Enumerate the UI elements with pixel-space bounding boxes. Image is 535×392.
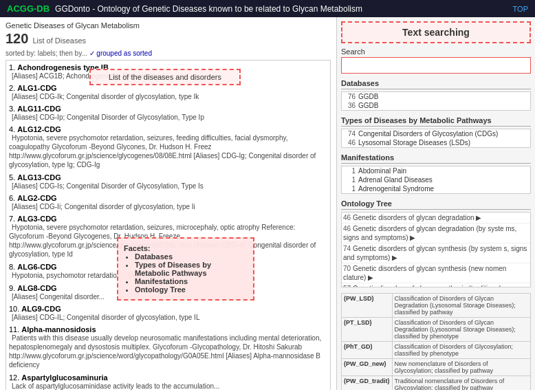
- list-item: 12. AspartylglucosaminuriaLack of aspart…: [9, 373, 327, 390]
- disease-count: 120: [6, 31, 28, 47]
- databases-title: Databases: [341, 79, 531, 89]
- disease-number: 12.: [9, 373, 21, 382]
- disease-number: 7.: [9, 215, 17, 223]
- disease-name[interactable]: ALG6-CDG: [17, 263, 56, 271]
- disease-name[interactable]: ALG1-CDG: [17, 84, 56, 92]
- disease-number: 5.: [9, 173, 17, 182]
- disease-alias: [Aliases] ACG1B; Achondrogenesis, Fracce…: [12, 72, 165, 80]
- ontology-item[interactable]: 74 Genetic disorders of glycan synthesis…: [342, 243, 530, 263]
- ontology-section: Ontology Tree 46 Genetic disorders of gl…: [341, 199, 531, 287]
- disease-number: 9.: [9, 284, 17, 292]
- disease-name[interactable]: Alpha-mannosidosis: [21, 325, 96, 334]
- disease-number: 10.: [9, 305, 21, 313]
- list-item: 7. ALG3-CDGHypotonia, severe psychomotor…: [9, 215, 327, 259]
- pathway-desc: Traditional nomenclature of Disorders of…: [392, 376, 530, 391]
- header-title: GGDonto - Ontology of Genetic Diseases k…: [55, 4, 362, 14]
- manifestation-item[interactable]: 1Abdominal Pain: [342, 166, 530, 175]
- pathway-code: (PW_GD_tradit): [342, 376, 393, 391]
- disease-name[interactable]: ALG12-CDG: [17, 125, 61, 133]
- ontology-count: 46: [343, 214, 353, 221]
- types-title: Types of Diseases by Metabolic Pathways: [341, 116, 531, 127]
- pathway-desc: Classification of Disorders of Glycosyla…: [392, 342, 530, 359]
- ontology-count: 46: [343, 225, 353, 232]
- search-label: Search: [341, 47, 531, 56]
- disease-number: 2.: [9, 84, 17, 92]
- manifestations-list: 1Abdominal Pain1Adrenal Gland Diseases1A…: [341, 166, 531, 194]
- ontology-item[interactable]: 46 Genetic disorders of glycan degradati…: [342, 213, 530, 224]
- facet-count: 74: [343, 130, 356, 138]
- facet-count: 1: [343, 167, 356, 175]
- disease-alias: [Aliases] CDG-IL; Congenital disorder of…: [12, 314, 199, 321]
- table-row: (PhT_GD)Classification of Disorders of G…: [342, 342, 531, 359]
- disease-name[interactable]: ALG2-CDG: [17, 194, 56, 202]
- disease-name[interactable]: ALG8-CDG: [17, 284, 56, 292]
- sort-row: sorted by: labels; then by... ✓ grouped …: [6, 50, 331, 57]
- search-input[interactable]: [341, 57, 531, 74]
- disease-name[interactable]: ALG9-CDG: [21, 305, 61, 313]
- table-row: (PW_LSD)Classification of Disorders of G…: [342, 294, 531, 318]
- databases-section: Databases 76GGDB36GGDB: [341, 79, 531, 111]
- disease-name[interactable]: Aspartylglucosaminuria: [21, 373, 107, 382]
- ontology-count: 70: [343, 265, 353, 272]
- pathway-desc: Classification of Disorders of Glycan De…: [392, 294, 530, 318]
- type-item[interactable]: 46Lysosomal Storage Diseases (LSDs): [342, 138, 530, 147]
- panel-title: Genetic Diseases of Glycan Metabolism: [6, 21, 331, 30]
- pathway-code: (PW_GD_new): [342, 359, 393, 376]
- list-item: 3. ALG11-CDG[Aliases] CDG-Ip; Congenital…: [9, 105, 327, 121]
- pathway-code: (PT_LSD): [342, 318, 393, 342]
- disease-desc: Hypotonia, severe psychomotor retardatio…: [9, 224, 316, 258]
- manifestations-title: Manifestations: [341, 153, 531, 164]
- left-panel: Genetic Diseases of Glycan Metabolism 12…: [0, 17, 337, 390]
- search-section: Search: [341, 47, 531, 74]
- list-item: 9. ALG8-CDG[Aliases] Congenital disorder…: [9, 284, 327, 301]
- types-list: 74Congenital Disorders of Glycosylation …: [341, 129, 531, 148]
- disease-number: 1.: [9, 63, 17, 72]
- list-item: 8. ALG6-CDGHypotonia, psychomotor retard…: [9, 263, 327, 280]
- manifestation-item[interactable]: 1Adrenogenital Syndrome: [342, 184, 530, 193]
- ontology-item[interactable]: 57 Genetic disorders of glycan synthesis…: [342, 283, 530, 287]
- ontology-count: 74: [343, 245, 353, 252]
- types-section: Types of Diseases by Metabolic Pathways …: [341, 116, 531, 148]
- disease-name[interactable]: ALG13-CDG: [17, 173, 61, 182]
- ontology-count: 57: [343, 285, 353, 287]
- facet-count: 46: [343, 139, 356, 146]
- ontology-item[interactable]: 70 Genetic disorders of glycan synthesis…: [342, 263, 530, 283]
- sort-link[interactable]: ✓ grouped as sorted: [89, 50, 152, 57]
- facet-count: 36: [343, 102, 356, 109]
- ontology-title: Ontology Tree: [341, 199, 531, 210]
- disease-name[interactable]: ALG11-CDG: [17, 105, 61, 113]
- list-item: 6. ALG2-CDG[Aliases] CDG-Ii; Congenital …: [9, 194, 327, 210]
- database-item[interactable]: 36GGDB: [342, 101, 530, 110]
- disease-desc: Patients with this disease usually devel…: [9, 334, 321, 369]
- list-item: 11. Alpha-mannosidosisPatients with this…: [9, 325, 327, 369]
- facet-name: Adrenal Gland Diseases: [358, 176, 433, 184]
- disease-name[interactable]: ALG3-CDG: [17, 215, 56, 223]
- disease-alias: [Aliases] CDG-Is; Congenital Disorder of…: [12, 182, 204, 190]
- manifestations-section: Manifestations 1Abdominal Pain1Adrenal G…: [341, 153, 531, 194]
- disease-list[interactable]: 1. Achondrogenesis type IB[Aliases] ACG1…: [6, 60, 331, 390]
- manifestation-item[interactable]: 1Adrenal Gland Diseases: [342, 175, 530, 184]
- disease-number: 11.: [9, 325, 21, 334]
- facet-name: GGDB: [358, 102, 378, 109]
- type-item[interactable]: 74Congenital Disorders of Glycosylation …: [342, 129, 530, 138]
- right-panel: Text searching Search Databases 76GGDB36…: [337, 17, 535, 390]
- pathway-desc: Classification of Disorders of Glycan De…: [392, 318, 530, 342]
- ontology-item[interactable]: 46 Genetic disorders of glycan degradati…: [342, 224, 530, 243]
- facet-name: Adrenogenital Syndrome: [358, 185, 434, 193]
- disease-alias: [Aliases] CDG-Ik; Congenital disorder of…: [12, 93, 199, 100]
- facet-name: Lysosomal Storage Diseases (LSDs): [358, 139, 470, 146]
- top-link[interactable]: TOP: [513, 5, 528, 13]
- facet-name: Abdominal Pain: [358, 167, 406, 175]
- disease-desc: Hypotonia, psychomotor retardation... [A…: [12, 272, 188, 279]
- facet-count: 1: [343, 176, 356, 184]
- disease-count-label: List of Diseases: [32, 36, 86, 45]
- disease-name[interactable]: Achondrogenesis type IB: [17, 63, 109, 72]
- pathway-desc: New nomenclature of Disorders of Glycosy…: [392, 359, 530, 376]
- logo: ACGG-DB: [7, 3, 50, 14]
- table-row: (PW_GD_tradit)Traditional nomenclature o…: [342, 376, 531, 391]
- disease-desc: Lack of aspartylglucosaminidase activity…: [12, 382, 219, 390]
- disease-alias: [Aliases] CDG-Ip; Congenital Disorder of…: [12, 113, 204, 121]
- database-item[interactable]: 76GGDB: [342, 92, 530, 101]
- disease-number: 3.: [9, 105, 17, 113]
- databases-list: 76GGDB36GGDB: [341, 91, 531, 111]
